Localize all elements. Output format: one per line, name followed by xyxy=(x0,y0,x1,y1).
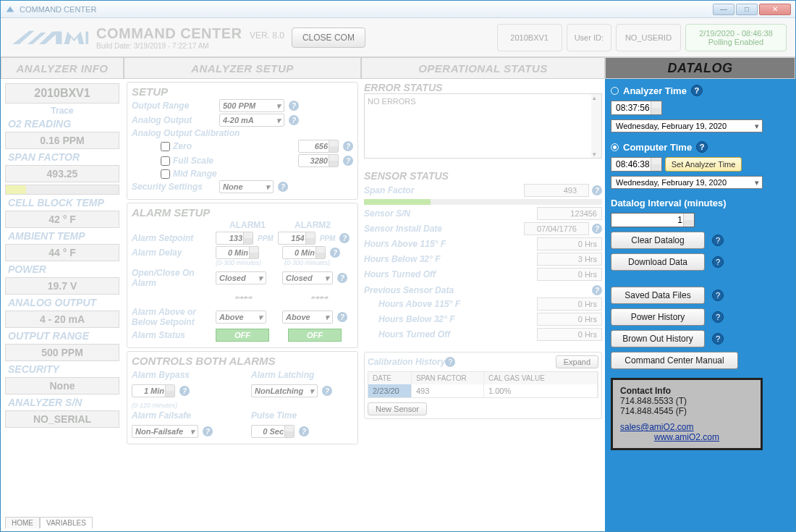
alarm1-delay[interactable]: 0 Min xyxy=(216,246,259,259)
help-icon[interactable]: ? xyxy=(343,156,353,166)
error-title: ERROR STATUS xyxy=(364,82,602,93)
help-icon[interactable]: ? xyxy=(289,101,299,111)
cal-th-date: DATE xyxy=(368,372,412,384)
fullscale-check[interactable]: Full Scale xyxy=(161,156,213,166)
cal-row[interactable]: 2/23/20 493 1.00% xyxy=(368,384,598,397)
zero-spin[interactable]: 656 xyxy=(298,140,339,153)
close-button[interactable]: ✕ xyxy=(759,4,791,15)
failsafe-select[interactable]: Non-Failsafe xyxy=(132,425,198,438)
analog-output-select[interactable]: 4-20 mA xyxy=(219,114,284,127)
minimize-button[interactable]: — xyxy=(713,4,734,15)
col-header-datalog[interactable]: DATALOG xyxy=(605,57,795,79)
analyzer-date-select[interactable]: Wednesday, February 19, 2020 xyxy=(611,119,763,132)
contact-web-link[interactable]: www.amiO2.com xyxy=(654,432,719,442)
help-icon[interactable]: ? xyxy=(337,312,347,322)
help-icon[interactable]: ? xyxy=(330,248,340,258)
output-range-select[interactable]: 500 PPM xyxy=(219,99,284,112)
help-icon[interactable]: ? xyxy=(322,386,332,396)
sensor-sn-value: 123456 xyxy=(537,207,602,220)
error-scrollbar[interactable] xyxy=(591,94,601,158)
alarm2-delay[interactable]: 0 Min xyxy=(282,246,326,259)
maximize-button[interactable]: □ xyxy=(736,4,758,15)
help-icon[interactable]: ? xyxy=(592,285,602,295)
install-date-value[interactable]: 07/04/1776 xyxy=(524,222,589,235)
help-icon[interactable]: ? xyxy=(299,426,309,436)
analyzer-info-panel: 2010BXV1 Trace O2 READING 0.16 PPM SPAN … xyxy=(1,79,124,531)
alarm2-ab[interactable]: Above xyxy=(282,311,333,324)
logo-text: COMMAND CENTER VER. 8.0 Build Date: 3/19… xyxy=(96,25,284,50)
alarm1-status: OFF xyxy=(216,329,269,342)
power-history-button[interactable]: Power History xyxy=(611,308,705,326)
sn-value: NO_SERIAL xyxy=(5,410,119,428)
help-icon[interactable]: ? xyxy=(712,290,724,301)
help-icon[interactable]: ? xyxy=(445,357,455,367)
help-icon[interactable]: ? xyxy=(203,426,213,436)
contact-email-link[interactable]: sales@amiO2.com xyxy=(620,422,694,432)
svg-marker-0 xyxy=(7,6,14,12)
help-icon[interactable]: ? xyxy=(278,182,288,192)
analyzer-setup-panel: SETUP Output Range500 PPM? Analog Output… xyxy=(124,79,361,531)
download-data-button[interactable]: Download Data xyxy=(611,253,705,271)
midrange-check[interactable]: Mid Range xyxy=(161,169,217,179)
hours-above-value: 0 Hrs xyxy=(537,237,602,250)
new-sensor-button[interactable]: New Sensor xyxy=(368,402,427,415)
span-factor-value[interactable]: 493 xyxy=(524,184,589,197)
manual-button[interactable]: Command Center Manual xyxy=(611,352,738,369)
above-below-label: Alarm Above or Below Setpoint xyxy=(132,307,211,327)
hours-off-label: Hours Turned Off xyxy=(364,269,537,279)
latch-select[interactable]: NonLatching xyxy=(251,384,318,397)
ctrl-title: CONTROLS BOTH ALARMS xyxy=(132,355,353,367)
zero-check[interactable]: Zero xyxy=(161,141,192,151)
pulse-spin[interactable]: 0 Sec xyxy=(251,425,295,438)
help-icon[interactable]: ? xyxy=(179,386,190,396)
expand-button[interactable]: Expand xyxy=(556,355,598,368)
alarm2-status: OFF xyxy=(288,329,342,342)
help-icon[interactable]: ? xyxy=(343,141,353,151)
help-icon[interactable]: ? xyxy=(712,333,724,345)
alarm1-setpoint[interactable]: 133 xyxy=(216,232,253,245)
tab-variables[interactable]: VARIABLES xyxy=(40,517,93,528)
prev-hb-value: 0 Hrs xyxy=(537,313,602,326)
help-icon[interactable]: ? xyxy=(592,185,602,195)
cal-th-cal: CAL GAS VALUE xyxy=(484,372,598,384)
help-icon[interactable]: ? xyxy=(691,85,703,96)
error-box[interactable]: NO ERRORS xyxy=(364,93,602,159)
help-icon[interactable]: ? xyxy=(712,311,724,323)
interval-input[interactable]: 1 xyxy=(611,213,695,227)
col-header-analyzer-info[interactable]: ANALYZER INFO xyxy=(1,57,124,79)
computer-date-select[interactable]: Wednesday, February 19, 2020 xyxy=(611,176,763,189)
help-icon[interactable]: ? xyxy=(712,256,724,268)
controls-both-group: CONTROLS BOTH ALARMS Alarm Bypass 1 Min?… xyxy=(127,351,358,444)
pwr-label: POWER xyxy=(5,263,119,275)
saved-data-files-button[interactable]: Saved Data Files xyxy=(611,287,705,304)
help-icon[interactable]: ? xyxy=(696,141,708,153)
help-icon[interactable]: ? xyxy=(289,115,299,125)
close-com-button[interactable]: CLOSE COM xyxy=(292,28,365,48)
model-value: 2010BXV1 xyxy=(5,83,119,104)
security-select[interactable]: None xyxy=(219,180,274,193)
set-analyzer-time-button[interactable]: Set Analyzer Time xyxy=(665,157,742,172)
bypass-spin[interactable]: 1 Min xyxy=(132,384,175,397)
col-header-op-status[interactable]: OPERATIONAL STATUS xyxy=(361,57,605,79)
prev-ho-value: 0 Hrs xyxy=(537,328,602,341)
clear-datalog-button[interactable]: Clear Datalog xyxy=(611,232,705,249)
help-icon[interactable]: ? xyxy=(339,233,350,243)
alarm1-ab[interactable]: Above xyxy=(216,311,266,324)
analyzer-time-radio[interactable]: Analyzer Time? xyxy=(611,85,789,96)
tab-home[interactable]: HOME xyxy=(5,517,40,528)
alarm-status-label: Alarm Status xyxy=(132,330,211,340)
poll-timestamp: 2/19/2020 - 08:46:38 xyxy=(693,29,779,38)
help-icon[interactable]: ? xyxy=(592,224,602,234)
col-header-analyzer-setup[interactable]: ANALYZER SETUP xyxy=(124,57,361,79)
help-icon[interactable]: ? xyxy=(712,235,724,246)
computer-time-radio[interactable]: Computer Time? xyxy=(611,141,789,153)
operational-status-panel: ERROR STATUS NO ERRORS SENSOR STATUS Spa… xyxy=(361,79,605,531)
alarm1-oc[interactable]: Closed xyxy=(216,271,266,284)
fullscale-spin[interactable]: 3280 xyxy=(298,154,339,167)
computer-time-input[interactable]: 08:46:38 xyxy=(611,157,662,172)
brownout-history-button[interactable]: Brown Out History xyxy=(611,330,705,347)
help-icon[interactable]: ? xyxy=(337,273,347,283)
alarm2-setpoint[interactable]: 154 xyxy=(278,232,316,245)
alarm2-oc[interactable]: Closed xyxy=(282,271,333,284)
analyzer-time-input[interactable]: 08:37:56 xyxy=(611,101,662,115)
